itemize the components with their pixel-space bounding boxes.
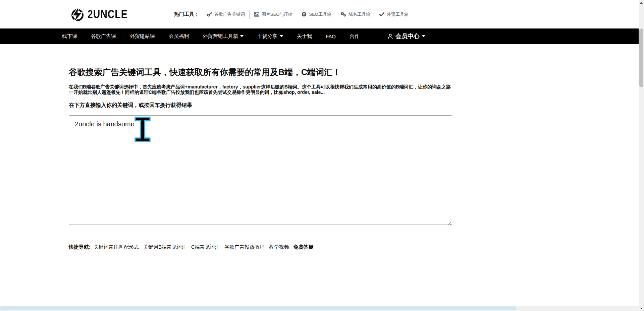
nav-item-knowledge-share[interactable]: 干货分享 bbox=[257, 33, 283, 40]
horizontal-scrollbar-thumb[interactable] bbox=[0, 306, 517, 310]
logo-text: 2UNCLE bbox=[88, 7, 128, 21]
scroll-up-button[interactable] bbox=[639, 0, 644, 5]
key-icon bbox=[207, 12, 212, 17]
quick-link-teaching-videos[interactable]: 教学视频 bbox=[269, 244, 289, 250]
keywords-input-area: 2uncle is handsome bbox=[69, 115, 452, 226]
arrow-down-icon bbox=[640, 308, 643, 309]
nav-label: 会员福利 bbox=[169, 33, 189, 40]
nav-item-member-benefits[interactable]: 会员福利 bbox=[169, 33, 189, 40]
nav-item-marketing-toolbox[interactable]: 外贸营销工具箱 bbox=[203, 33, 244, 40]
vertical-scrollbar[interactable] bbox=[639, 0, 644, 311]
image-icon bbox=[254, 12, 259, 17]
tool-label: 外贸工具箱 bbox=[387, 11, 409, 17]
chevron-down-icon bbox=[422, 35, 425, 37]
page-title: 谷歌搜索广告关键词工具，快速获取所有你需要的常用及B端，C端词汇！ bbox=[69, 67, 452, 78]
tool-label: 域名工具箱 bbox=[348, 11, 370, 17]
nav-item-about-me[interactable]: 关于我 bbox=[297, 33, 312, 40]
tool-label: 谷歌广告关键词 bbox=[214, 11, 245, 17]
check-icon bbox=[379, 12, 384, 16]
nav-label: 合作 bbox=[350, 33, 360, 40]
description-text: 在我们B端谷歌广告关键词选择中，首先应该考虑产品词+manufacturer，f… bbox=[69, 84, 452, 95]
chevron-down-icon bbox=[280, 35, 283, 37]
hot-tools-bar: 热门工具： 谷歌广告关键词 图片SEO与压缩 bbox=[174, 10, 413, 19]
scroll-down-button[interactable] bbox=[639, 306, 644, 311]
gears-icon bbox=[340, 12, 346, 17]
text-cursor-pointer bbox=[134, 116, 151, 142]
nav-label: 关于我 bbox=[297, 33, 312, 40]
horizontal-scrollbar[interactable] bbox=[0, 306, 639, 311]
logo[interactable]: 2UNCLE bbox=[69, 6, 131, 23]
nav-item-offline-course[interactable]: 线下课 bbox=[62, 33, 77, 40]
quick-link-b2c-words[interactable]: C端常见词汇 bbox=[191, 244, 220, 250]
quick-link-ads-tutorial[interactable]: 谷歌广告投放教程 bbox=[224, 244, 265, 250]
nav-label: 线下课 bbox=[62, 33, 77, 40]
member-center-label: 会员中心 bbox=[395, 32, 420, 40]
instruction-text: 在下方直接输入你的关键词，或按回车换行获得结果 bbox=[69, 102, 452, 109]
top-header: 2UNCLE 热门工具： 谷歌广告关键词 图片SEO与压缩 bbox=[0, 0, 639, 28]
tool-domain-toolbox[interactable]: 域名工具箱 bbox=[336, 11, 375, 17]
nav-item-website-course[interactable]: 外贸建站课 bbox=[130, 33, 155, 40]
quick-link-b2b-words[interactable]: 关键词B端常见词汇 bbox=[143, 244, 187, 250]
quick-nav: 快捷导航: 关键词常用匹配形式 关键词B端常见词汇 C端常见词汇 谷歌广告投放教… bbox=[69, 244, 452, 250]
user-icon bbox=[387, 34, 393, 39]
quick-nav-label: 快捷导航: bbox=[69, 244, 91, 250]
hot-tools-label: 热门工具： bbox=[174, 11, 199, 17]
chevron-down-icon bbox=[240, 35, 244, 37]
main-navbar: 线下课 谷歌广告课 外贸建站课 会员福利 外贸营销工具箱 干货分享 关于我 FA… bbox=[0, 28, 639, 44]
lightning-circle-icon bbox=[69, 6, 86, 23]
tool-google-ads-keywords[interactable]: 谷歌广告关键词 bbox=[203, 11, 249, 17]
dot-circle-icon bbox=[302, 12, 307, 17]
arrow-up-icon bbox=[640, 2, 643, 4]
tool-image-seo[interactable]: 图片SEO与压缩 bbox=[250, 11, 297, 17]
nav-items: 线下课 谷歌广告课 外贸建站课 会员福利 外贸营销工具箱 干货分享 关于我 FA… bbox=[62, 33, 360, 40]
tool-label: 图片SEO与压缩 bbox=[262, 11, 292, 17]
keywords-textarea[interactable]: 2uncle is handsome bbox=[69, 115, 452, 225]
nav-label: 外贸建站课 bbox=[130, 33, 155, 40]
tool-label: SEO工具箱 bbox=[309, 11, 331, 17]
nav-label: FAQ bbox=[326, 34, 336, 39]
nav-item-cooperation[interactable]: 合作 bbox=[350, 33, 360, 40]
tool-foreign-trade-toolbox[interactable]: 外贸工具箱 bbox=[375, 11, 413, 17]
nav-label: 谷歌广告课 bbox=[91, 33, 116, 40]
main-content: 谷歌搜索广告关键词工具，快速获取所有你需要的常用及B端，C端词汇！ 在我们B端谷… bbox=[69, 67, 452, 250]
member-center-button[interactable]: 会员中心 bbox=[387, 32, 425, 40]
nav-label: 干货分享 bbox=[257, 33, 277, 40]
vertical-scrollbar-thumb[interactable] bbox=[639, 28, 643, 87]
nav-label: 外贸营销工具箱 bbox=[203, 33, 238, 40]
nav-item-google-ads-course[interactable]: 谷歌广告课 bbox=[91, 33, 116, 40]
quick-link-match-types[interactable]: 关键词常用匹配形式 bbox=[94, 244, 139, 250]
tool-seo-toolbox[interactable]: SEO工具箱 bbox=[297, 11, 335, 17]
nav-item-faq[interactable]: FAQ bbox=[326, 34, 336, 39]
page: 2UNCLE 热门工具： 谷歌广告关键词 图片SEO与压缩 bbox=[0, 0, 639, 311]
quick-link-free-qa[interactable]: 免费答疑 bbox=[293, 244, 314, 250]
